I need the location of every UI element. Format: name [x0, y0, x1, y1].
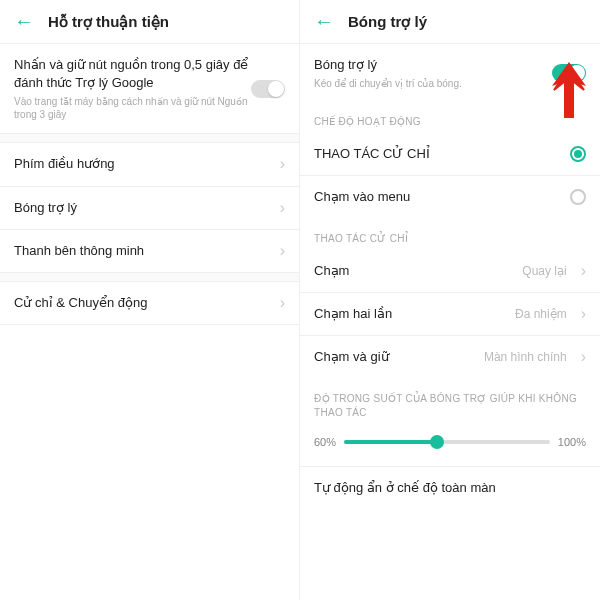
- assistant-title: Nhấn và giữ nút nguồn trong 0,5 giây để …: [14, 56, 251, 92]
- page-title: Hỗ trợ thuận tiện: [48, 13, 169, 31]
- opacity-slider[interactable]: [344, 440, 550, 444]
- row-google-assistant-power[interactable]: Nhấn và giữ nút nguồn trong 0,5 giây để …: [0, 44, 299, 133]
- row-auto-hide[interactable]: Tự động ẩn ở chế độ toàn màn: [300, 467, 600, 509]
- ball-sub: Kéo để di chuyển vị trí của bóng.: [314, 77, 552, 90]
- group-opacity: ĐỘ TRONG SUỐT CỦA BÓNG TRỢ GIÚP KHI KHÔN…: [300, 378, 600, 426]
- gesture-option-label: THAO TÁC CỬ CHỈ: [314, 145, 430, 163]
- nav-keys-label: Phím điều hướng: [14, 155, 115, 173]
- chevron-right-icon: ›: [581, 262, 586, 280]
- radio-gesture[interactable]: [570, 146, 586, 162]
- row-ball-toggle[interactable]: Bóng trợ lý Kéo để di chuyển vị trí của …: [300, 44, 600, 102]
- radio-menu[interactable]: [570, 189, 586, 205]
- chevron-right-icon: ›: [581, 305, 586, 323]
- smart-sidebar-label: Thanh bên thông minh: [14, 242, 144, 260]
- opacity-min: 60%: [314, 436, 336, 448]
- chevron-right-icon: ›: [280, 294, 285, 312]
- row-navigation-keys[interactable]: Phím điều hướng ›: [0, 143, 299, 185]
- tap-label: Chạm: [314, 262, 349, 280]
- row-gestures[interactable]: Cử chỉ & Chuyển động ›: [0, 282, 299, 324]
- header: ← Hỗ trợ thuận tiện: [0, 0, 299, 43]
- ball-title: Bóng trợ lý: [314, 56, 552, 74]
- chevron-right-icon: ›: [280, 199, 285, 217]
- double-tap-value: Đa nhiệm: [515, 307, 567, 321]
- assistant-sub: Vào trang tắt máy bằng cách nhấn và giữ …: [14, 95, 251, 121]
- menu-option-label: Chạm vào menu: [314, 188, 410, 206]
- group-mode: CHẾ ĐỘ HOẠT ĐỘNG: [300, 102, 600, 133]
- chevron-right-icon: ›: [280, 155, 285, 173]
- screen-convenient-assistance: ← Hỗ trợ thuận tiện Nhấn và giữ nút nguồ…: [0, 0, 300, 600]
- gestures-label: Cử chỉ & Chuyển động: [14, 294, 148, 312]
- assistant-toggle[interactable]: [251, 80, 285, 98]
- double-tap-label: Chạm hai lần: [314, 305, 392, 323]
- tap-value: Quay lại: [522, 264, 566, 278]
- chevron-right-icon: ›: [581, 348, 586, 366]
- row-gesture-mode[interactable]: THAO TÁC CỬ CHỈ: [300, 133, 600, 175]
- row-double-tap[interactable]: Chạm hai lần Đa nhiệm ›: [300, 293, 600, 335]
- hold-label: Chạm và giữ: [314, 348, 389, 366]
- spacer: [0, 133, 299, 143]
- row-smart-sidebar[interactable]: Thanh bên thông minh ›: [0, 230, 299, 272]
- page-title: Bóng trợ lý: [348, 13, 427, 31]
- ball-toggle[interactable]: [552, 64, 586, 82]
- assistant-ball-label: Bóng trợ lý: [14, 199, 77, 217]
- row-hold[interactable]: Chạm và giữ Màn hình chính ›: [300, 336, 600, 378]
- back-arrow-icon[interactable]: ←: [314, 10, 334, 33]
- row-tap[interactable]: Chạm Quay lại ›: [300, 250, 600, 292]
- opacity-max: 100%: [558, 436, 586, 448]
- screen-assistant-ball: ← Bóng trợ lý Bóng trợ lý Kéo để di chuy…: [300, 0, 600, 600]
- header: ← Bóng trợ lý: [300, 0, 600, 43]
- spacer: [0, 272, 299, 282]
- row-menu-mode[interactable]: Chạm vào menu: [300, 176, 600, 218]
- hold-value: Màn hình chính: [484, 350, 567, 364]
- back-arrow-icon[interactable]: ←: [14, 10, 34, 33]
- row-assistant-ball[interactable]: Bóng trợ lý ›: [0, 187, 299, 229]
- group-actions: THAO TÁC CỬ CHỈ: [300, 219, 600, 250]
- opacity-slider-row: 60% 100%: [300, 426, 600, 458]
- auto-hide-label: Tự động ẩn ở chế độ toàn màn: [314, 479, 496, 497]
- chevron-right-icon: ›: [280, 242, 285, 260]
